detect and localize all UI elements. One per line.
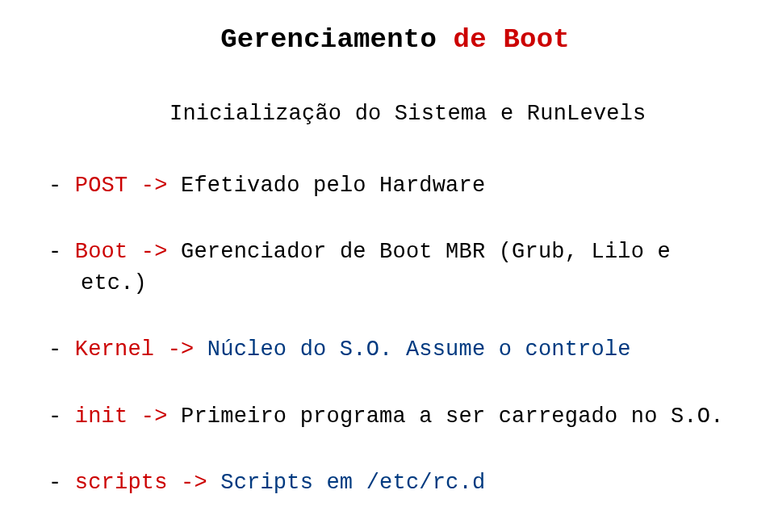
kernel-desc: Núcleo do S.O. Assume o controle: [207, 337, 631, 362]
boot-key: Boot ->: [75, 240, 181, 264]
slide-title: Gerenciamento de Boot: [48, 24, 742, 55]
scripts-desc: Scripts em /etc/rc.d: [220, 471, 485, 495]
bullet-init: - init -> Primeiro programa a ser carreg…: [48, 402, 742, 431]
post-desc: Efetivado pelo Hardware: [181, 174, 485, 198]
dash: -: [48, 471, 75, 495]
init-desc: Primeiro programa a ser carregado no S.O…: [181, 404, 724, 429]
kernel-key: Kernel ->: [75, 337, 207, 362]
bullet-boot: - Boot -> Gerenciador de Boot MBR (Grub,…: [48, 237, 742, 266]
bullet-post: - POST -> Efetivado pelo Hardware: [48, 171, 742, 200]
boot-desc: Gerenciador de Boot MBR (Grub, Lilo e: [181, 240, 671, 264]
slide-page: Gerenciamento de Boot Inicialização do S…: [0, 0, 774, 532]
boot-desc-cont: etc.): [81, 271, 147, 295]
dash: -: [48, 337, 75, 362]
dash: -: [48, 404, 75, 429]
dash: -: [48, 240, 75, 264]
bullet-boot-cont: etc.): [81, 269, 742, 298]
title-text-2: de Boot: [454, 24, 570, 55]
post-key: POST ->: [75, 174, 181, 198]
dash: -: [48, 174, 75, 198]
bullet-kernel: - Kernel -> Núcleo do S.O. Assume o cont…: [48, 335, 742, 364]
bullet-scripts: - scripts -> Scripts em /etc/rc.d: [48, 468, 742, 497]
init-key: init ->: [75, 404, 181, 429]
scripts-key: scripts ->: [75, 471, 220, 495]
title-text-1: Gerenciamento: [220, 24, 453, 55]
slide-subtitle: Inicialização do Sistema e RunLevels: [169, 102, 742, 126]
